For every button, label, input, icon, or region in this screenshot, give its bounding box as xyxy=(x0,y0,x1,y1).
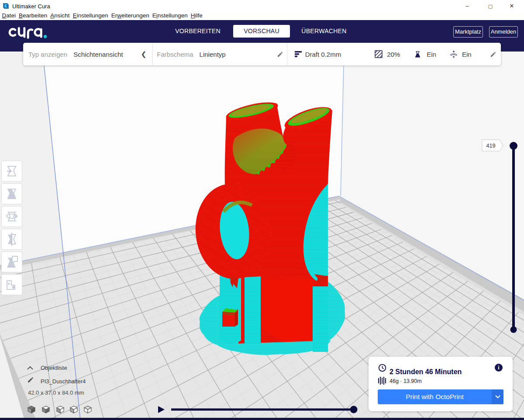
svg-text:419: 419 xyxy=(486,143,496,149)
